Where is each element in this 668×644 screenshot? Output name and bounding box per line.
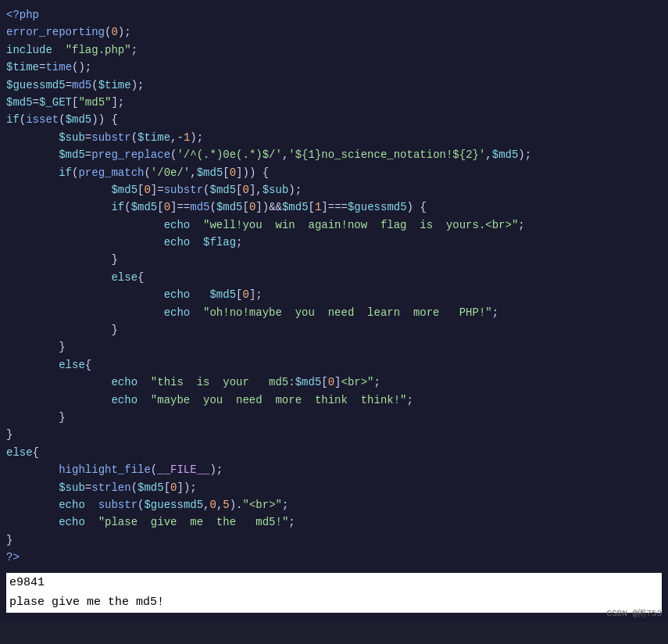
line-22: echo "this is your md5:$md5[0]<br>";: [0, 374, 668, 391]
line-21: else{: [0, 356, 668, 374]
line-14: echo $flag;: [0, 234, 668, 251]
line-12: if($md5[0]==md5($md5[0])&&$md5[1]===$gue…: [0, 199, 668, 216]
line-19: }: [0, 321, 668, 338]
output-line-1: e9841: [6, 573, 662, 593]
line-15: }: [0, 251, 668, 268]
line-20: }: [0, 338, 668, 356]
line-17: echo $md5[0];: [0, 286, 668, 303]
line-30: echo "plase give me the md5!";: [0, 513, 668, 531]
output-line-2: plase give me the md5!: [6, 592, 662, 613]
line-18: echo "oh!no!maybe you need learn more PH…: [0, 304, 668, 321]
line-4: $time=time();: [0, 59, 668, 76]
output-area: e9841 plase give me the md5!: [0, 567, 668, 616]
line-9: $md5=preg_replace('/^(.*)0e(.*)$/','${1}…: [0, 146, 668, 163]
line-10: if(preg_match('/0e/',$md5[0])) {: [0, 164, 668, 181]
line-5: $guessmd5=md5($time);: [0, 77, 668, 94]
line-32: ?>: [0, 549, 668, 566]
line-26: else{: [0, 444, 668, 461]
line-24: }: [0, 409, 668, 426]
watermark-text: CSDN @闭753: [607, 607, 662, 619]
line-1: <?php: [0, 6, 668, 23]
line-3: include "flag.php";: [0, 41, 668, 59]
line-29: echo substr($guessmd5,0,5)."<br>";: [0, 496, 668, 513]
line-31: }: [0, 531, 668, 549]
line-13: echo "well!you win again!now flag is you…: [0, 216, 668, 234]
line-23: echo "maybe you need more think think!";: [0, 392, 668, 409]
line-28: $sub=strlen($md5[0]);: [0, 479, 668, 496]
line-27: highlight_file(__FILE__);: [0, 461, 668, 478]
line-6: $md5=$_GET["md5"];: [0, 94, 668, 111]
line-16: else{: [0, 269, 668, 286]
line-11: $md5[0]=substr($md5[0],$sub);: [0, 181, 668, 199]
code-block: <?php error_reporting(0); include "flag.…: [0, 0, 668, 622]
line-7: if(isset($md5)) {: [0, 111, 668, 128]
line-25: }: [0, 426, 668, 443]
line-2: error_reporting(0);: [0, 23, 668, 41]
line-8: $sub=substr($time,-1);: [0, 129, 668, 146]
